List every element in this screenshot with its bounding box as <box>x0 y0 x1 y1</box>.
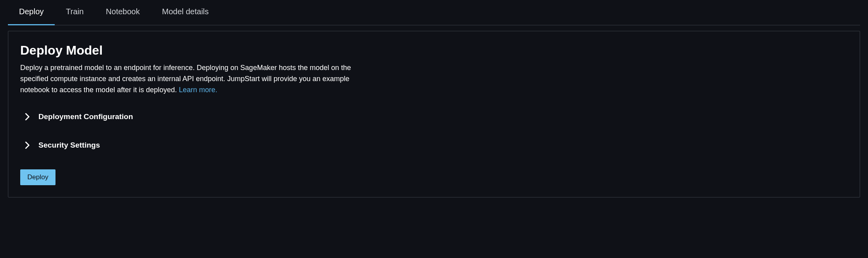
chevron-right-icon <box>23 141 31 149</box>
tab-bar: Deploy Train Notebook Model details <box>8 0 860 25</box>
chevron-right-icon <box>23 113 31 121</box>
tab-deploy[interactable]: Deploy <box>19 0 44 25</box>
deploy-button[interactable]: Deploy <box>20 169 55 185</box>
accordion-label: Security Settings <box>38 141 100 150</box>
panel-title: Deploy Model <box>20 43 848 58</box>
accordion-label: Deployment Configuration <box>38 112 133 121</box>
tab-train[interactable]: Train <box>66 0 84 25</box>
deploy-panel: Deploy Model Deploy a pretrained model t… <box>8 31 860 197</box>
tab-notebook[interactable]: Notebook <box>106 0 140 25</box>
panel-description: Deploy a pretrained model to an endpoint… <box>20 63 369 96</box>
tab-model-details[interactable]: Model details <box>162 0 209 25</box>
accordion-deployment-configuration[interactable]: Deployment Configuration <box>20 107 848 127</box>
accordion-security-settings[interactable]: Security Settings <box>20 135 848 155</box>
learn-more-link[interactable]: Learn more. <box>179 86 217 94</box>
